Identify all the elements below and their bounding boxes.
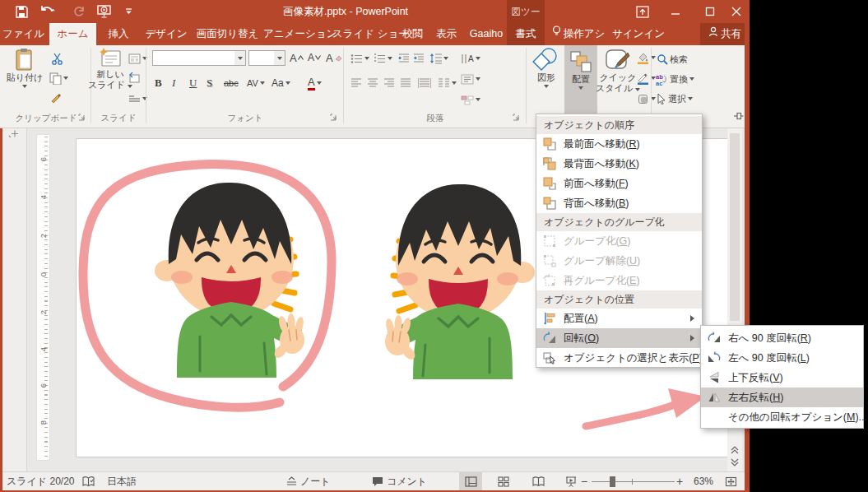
customize-qat-button[interactable] xyxy=(120,3,137,20)
submenu-item-flip-vertical[interactable]: 上下反転(V) xyxy=(701,368,863,388)
submenu-item-flip-horizontal[interactable]: 左右反転(H) xyxy=(701,388,863,407)
decrease-font-size-button[interactable]: A xyxy=(308,49,321,66)
menu-item-selection-pane[interactable]: オブジェクトの選択と表示(P)... xyxy=(536,348,702,368)
menu-item-rotate[interactable]: 回転(O) xyxy=(536,328,702,348)
tab-home[interactable]: ホーム xyxy=(49,23,96,45)
italic-button[interactable]: I xyxy=(172,75,175,91)
change-case-button[interactable]: Aa xyxy=(272,75,290,91)
layout-button[interactable] xyxy=(128,50,147,67)
slideshow-view-button[interactable] xyxy=(559,472,583,490)
font-color-caret-icon xyxy=(317,81,322,85)
tab-insert[interactable]: 挿入 xyxy=(99,23,138,45)
tab-gaaiho[interactable]: Gaaiho xyxy=(466,23,507,45)
underline-button[interactable]: U xyxy=(189,75,197,91)
convert-to-smartart-button[interactable] xyxy=(461,91,480,108)
reading-view-button[interactable] xyxy=(527,472,550,490)
bold-button[interactable]: B xyxy=(155,75,162,91)
menu-item-align[interactable]: 配置(A) xyxy=(536,309,702,328)
zoom-slider-thumb[interactable] xyxy=(610,476,615,487)
close-button[interactable] xyxy=(724,0,749,23)
align-center-button[interactable] xyxy=(367,75,378,91)
tab-view[interactable]: 表示 xyxy=(426,23,466,45)
increase-font-size-button[interactable]: A xyxy=(290,49,304,66)
rotate-left-90-icon xyxy=(708,351,721,364)
tab-file[interactable]: ファイル xyxy=(0,23,47,45)
zoom-out-button[interactable]: − xyxy=(581,472,587,490)
tab-design[interactable]: デザイン xyxy=(141,23,192,45)
columns-button[interactable] xyxy=(438,75,457,91)
shapes-button[interactable]: 図形 xyxy=(530,48,563,88)
numbering-button[interactable] xyxy=(374,50,392,67)
align-text-button[interactable] xyxy=(461,71,480,87)
minimize-button[interactable] xyxy=(663,0,688,23)
comments-button[interactable]: コメント xyxy=(372,472,427,490)
new-slide-button[interactable]: 新しい スライド xyxy=(92,48,128,91)
clipboard-dialog-launcher[interactable] xyxy=(78,114,87,123)
menu-item-send-backward[interactable]: 背面へ移動(B) xyxy=(536,193,702,213)
slide-indicator[interactable]: スライド 20/20 xyxy=(7,472,75,490)
slide-sorter-view-button[interactable] xyxy=(492,472,515,490)
zoom-slider-track[interactable] xyxy=(592,481,675,482)
font-size-combo[interactable] xyxy=(248,50,285,66)
lightbulb-icon xyxy=(552,26,561,37)
zoom-in-button[interactable]: + xyxy=(676,472,683,490)
distribute-text-button[interactable] xyxy=(418,75,431,91)
font-dialog-launcher[interactable] xyxy=(330,114,339,123)
increase-indent-button[interactable] xyxy=(413,50,425,67)
submenu-item-rotate-right-90[interactable]: 右へ 90 度回転(R) xyxy=(701,328,863,348)
font-color-button[interactable]: A xyxy=(308,75,322,91)
text-shadow-button[interactable]: S xyxy=(207,75,212,91)
submenu-item-rotate-left-90[interactable]: 左へ 90 度回転(L) xyxy=(701,348,863,368)
arrange-button[interactable]: 配置 xyxy=(564,45,597,114)
tab-transitions[interactable]: 画面切り替え xyxy=(194,23,261,45)
zoom-percent[interactable]: 63% xyxy=(694,472,713,490)
next-slide-button[interactable] xyxy=(728,457,741,467)
start-slideshow-button[interactable] xyxy=(95,3,112,20)
menu-item-bring-to-front[interactable]: 最前面へ移動(R) xyxy=(536,134,702,154)
font-name-combo[interactable] xyxy=(152,50,246,66)
maximize-button[interactable] xyxy=(698,0,722,23)
submenu-item-more-rotation-options[interactable]: その他の回転オプション(M)... xyxy=(701,407,863,427)
bullets-button[interactable] xyxy=(350,50,369,67)
proofing-status-button[interactable] xyxy=(82,472,95,490)
redo-button[interactable] xyxy=(71,3,87,20)
ribbon-display-options-button[interactable] xyxy=(630,0,655,23)
pin-ribbon-icon[interactable] xyxy=(733,111,744,121)
replace-button[interactable]: abac 置換 xyxy=(655,71,694,87)
align-left-button[interactable] xyxy=(350,75,362,91)
line-spacing-button[interactable] xyxy=(429,50,448,67)
normal-view-button[interactable] xyxy=(459,472,482,490)
tab-animations[interactable]: アニメーション xyxy=(263,23,331,45)
save-button[interactable] xyxy=(13,3,30,20)
fit-slide-to-window-button[interactable] xyxy=(721,472,740,490)
language-status[interactable]: 日本語 xyxy=(107,472,137,490)
slide-thumbnail-pane-collapsed[interactable] xyxy=(2,128,27,471)
paste-button[interactable]: 貼り付け xyxy=(7,48,43,88)
notes-button[interactable]: ノート xyxy=(286,472,331,490)
share-button[interactable]: 共有 xyxy=(700,23,750,45)
paragraph-dialog-launcher[interactable] xyxy=(513,114,522,123)
strikethrough-button[interactable]: abc xyxy=(224,75,239,91)
quick-styles-button[interactable]: クイック スタイル xyxy=(599,48,637,94)
previous-slide-button[interactable] xyxy=(728,444,741,455)
find-button[interactable]: 検索 xyxy=(657,51,688,67)
decrease-indent-button[interactable] xyxy=(398,50,410,67)
scrollbar-thumb[interactable] xyxy=(730,133,740,321)
select-button[interactable]: 選択 xyxy=(657,91,693,107)
menu-item-bring-forward[interactable]: 前面へ移動(F) xyxy=(536,174,702,193)
undo-button[interactable] xyxy=(38,3,63,20)
clear-formatting-button[interactable]: A xyxy=(326,49,343,66)
tab-tell-me[interactable]: 操作アシ xyxy=(546,23,610,45)
character-spacing-button[interactable]: AV xyxy=(247,75,265,91)
align-right-button[interactable] xyxy=(383,75,395,91)
text-direction-button[interactable]: A xyxy=(461,50,480,67)
tab-picture-format[interactable]: 書式 xyxy=(507,23,545,45)
section-button[interactable] xyxy=(128,91,147,107)
justify-button[interactable] xyxy=(400,75,411,91)
reset-slide-button[interactable] xyxy=(128,70,141,86)
menu-item-send-to-back[interactable]: 最背面へ移動(K) xyxy=(536,154,702,174)
tab-sign-in[interactable]: サインイン xyxy=(612,23,661,45)
cut-button[interactable] xyxy=(51,50,63,67)
copy-button[interactable] xyxy=(49,70,68,86)
format-painter-button[interactable] xyxy=(49,91,62,107)
